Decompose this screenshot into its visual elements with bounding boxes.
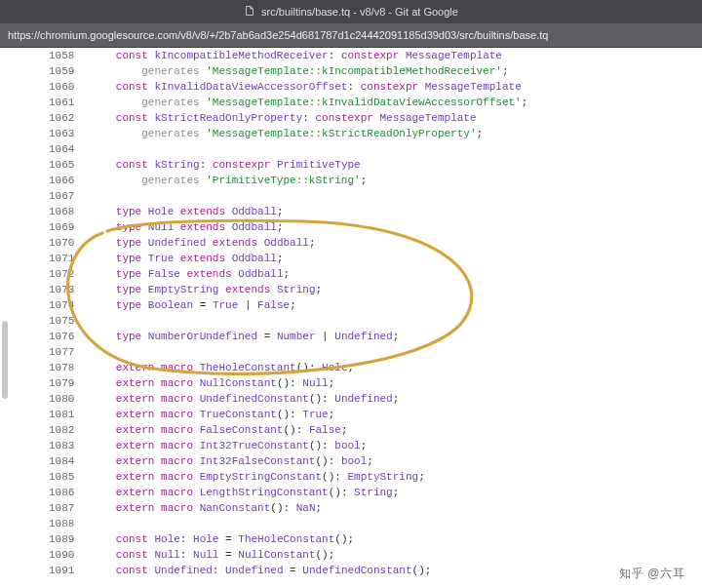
line-number: 1073 [10, 282, 90, 297]
line-number: 1078 [10, 360, 90, 375]
code-content: extern macro Int32TrueConstant(): bool; [90, 438, 547, 453]
line-number: 1082 [10, 422, 90, 438]
code-content: generates 'MessageTemplate::kIncompatibl… [90, 63, 547, 79]
code-content: type False extends Oddball; [90, 266, 547, 282]
code-content [90, 344, 547, 360]
line-number: 1084 [10, 453, 90, 469]
code-content: type Hole extends Oddball; [90, 204, 547, 219]
line-number: 1079 [10, 375, 90, 391]
code-content [90, 313, 547, 329]
code-content: type True extends Oddball; [90, 251, 547, 266]
code-content: const kIncompatibleMethodReceiver: const… [90, 48, 547, 63]
line-number: 1075 [10, 313, 90, 329]
code-line: 1075 [10, 313, 547, 329]
line-number: 1090 [10, 547, 90, 563]
url-text: https://chromium.googlesource.com/v8/v8/… [8, 29, 548, 41]
line-number: 1058 [10, 48, 90, 63]
code-line: 1077 [10, 344, 547, 360]
code-content: extern macro TrueConstant(): True; [90, 407, 547, 422]
code-content: type Boolean = True | False; [90, 297, 547, 313]
code-line: 1084 extern macro Int32FalseConstant(): … [10, 453, 547, 469]
line-number: 1091 [10, 563, 90, 578]
code-content: extern macro NullConstant(): Null; [90, 375, 547, 391]
code-line: 1082 extern macro FalseConstant(): False… [10, 422, 547, 438]
line-number: 1068 [10, 204, 90, 219]
code-line: 1091 const Undefined: Undefined = Undefi… [10, 563, 547, 578]
code-line: 1058 const kIncompatibleMethodReceiver: … [10, 48, 547, 63]
code-line: 1065 const kString: constexpr PrimitiveT… [10, 157, 547, 173]
line-number: 1076 [10, 329, 90, 344]
code-content: type Undefined extends Oddball; [90, 235, 547, 251]
code-content [90, 516, 547, 531]
code-line: 1070 type Undefined extends Oddball; [10, 235, 547, 251]
line-number: 1086 [10, 485, 90, 500]
code-line: 1089 const Hole: Hole = TheHoleConstant(… [10, 531, 547, 547]
scrollbar-thumb[interactable] [2, 321, 8, 399]
code-line: 1063 generates 'MessageTemplate::kStrict… [10, 126, 547, 141]
code-content: extern macro LengthStringConstant(): Str… [90, 485, 547, 500]
code-line: 1061 generates 'MessageTemplate::kInvali… [10, 95, 547, 110]
line-number: 1089 [10, 531, 90, 547]
line-number: 1060 [10, 79, 90, 95]
code-content: type NumberOrUndefined = Number | Undefi… [90, 329, 547, 344]
code-line: 1079 extern macro NullConstant(): Null; [10, 375, 547, 391]
line-number: 1059 [10, 63, 90, 79]
source-code-table: 1058 const kIncompatibleMethodReceiver: … [10, 48, 547, 578]
code-content: extern macro EmptyStringConstant(): Empt… [90, 469, 547, 485]
code-content: const Hole: Hole = TheHoleConstant(); [90, 531, 547, 547]
code-content: extern macro UndefinedConstant(): Undefi… [90, 391, 547, 407]
code-content: generates 'MessageTemplate::kStrictReadO… [90, 126, 547, 141]
code-content: type Null extends Oddball; [90, 219, 547, 235]
code-line: 1066 generates 'PrimitiveType::kString'; [10, 173, 547, 188]
code-line: 1072 type False extends Oddball; [10, 266, 547, 282]
window-titlebar: src/builtins/base.tq - v8/v8 - Git at Go… [0, 0, 702, 23]
line-number: 1083 [10, 438, 90, 453]
line-number: 1065 [10, 157, 90, 173]
code-line: 1062 const kStrictReadOnlyProperty: cons… [10, 110, 547, 126]
line-number: 1085 [10, 469, 90, 485]
line-number: 1061 [10, 95, 90, 110]
code-viewport: 1058 const kIncompatibleMethodReceiver: … [0, 48, 702, 588]
line-number: 1067 [10, 188, 90, 204]
code-line: 1083 extern macro Int32TrueConstant(): b… [10, 438, 547, 453]
code-content: const kStrictReadOnlyProperty: constexpr… [90, 110, 547, 126]
line-number: 1080 [10, 391, 90, 407]
file-icon [244, 5, 255, 19]
code-line: 1081 extern macro TrueConstant(): True; [10, 407, 547, 422]
code-content: const Undefined: Undefined = UndefinedCo… [90, 563, 547, 578]
line-number: 1081 [10, 407, 90, 422]
code-content [90, 188, 547, 204]
code-scroll-area[interactable]: 1058 const kIncompatibleMethodReceiver: … [0, 48, 702, 588]
code-content: extern macro Int32FalseConstant(): bool; [90, 453, 547, 469]
code-line: 1087 extern macro NanConstant(): NaN; [10, 500, 547, 516]
code-content: const Null: Null = NullConstant(); [90, 547, 547, 563]
line-number: 1071 [10, 251, 90, 266]
url-bar[interactable]: https://chromium.googlesource.com/v8/v8/… [0, 23, 702, 48]
line-number: 1064 [10, 141, 90, 157]
line-number: 1066 [10, 173, 90, 188]
code-content: generates 'MessageTemplate::kInvalidData… [90, 95, 547, 110]
code-content: const kInvalidDataViewAccessorOffset: co… [90, 79, 547, 95]
watermark: 知乎 @六耳 [619, 566, 684, 582]
code-content: extern macro NanConstant(): NaN; [90, 500, 547, 516]
line-number: 1070 [10, 235, 90, 251]
line-number: 1077 [10, 344, 90, 360]
code-content: extern macro TheHoleConstant(): Hole; [90, 360, 547, 375]
code-line: 1073 type EmptyString extends String; [10, 282, 547, 297]
code-line: 1080 extern macro UndefinedConstant(): U… [10, 391, 547, 407]
code-line: 1086 extern macro LengthStringConstant()… [10, 485, 547, 500]
code-content: const kString: constexpr PrimitiveType [90, 157, 547, 173]
code-line: 1078 extern macro TheHoleConstant(): Hol… [10, 360, 547, 375]
code-content: type EmptyString extends String; [90, 282, 547, 297]
line-number: 1062 [10, 110, 90, 126]
code-line: 1064 [10, 141, 547, 157]
code-line: 1088 [10, 516, 547, 531]
code-line: 1068 type Hole extends Oddball; [10, 204, 547, 219]
code-line: 1071 type True extends Oddball; [10, 251, 547, 266]
code-line: 1069 type Null extends Oddball; [10, 219, 547, 235]
code-line: 1085 extern macro EmptyStringConstant():… [10, 469, 547, 485]
line-number: 1087 [10, 500, 90, 516]
code-line: 1090 const Null: Null = NullConstant(); [10, 547, 547, 563]
code-line: 1067 [10, 188, 547, 204]
line-number: 1088 [10, 516, 90, 531]
